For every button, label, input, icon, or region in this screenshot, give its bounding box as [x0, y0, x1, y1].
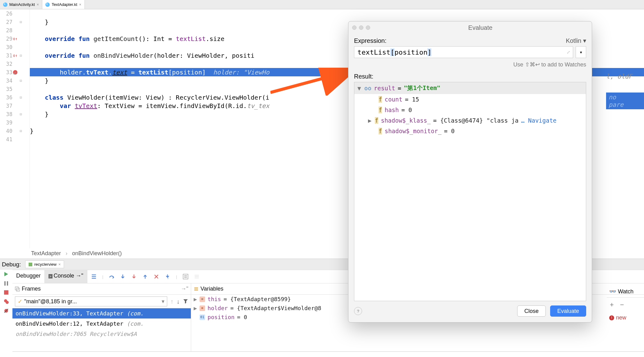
expand-icon[interactable]: ⤢ — [567, 50, 570, 55]
view-breakpoints-icon[interactable] — [4, 299, 9, 304]
result-label: Result: — [354, 73, 586, 80]
close-button[interactable]: Close — [517, 305, 546, 317]
step-over-icon[interactable] — [109, 274, 114, 279]
svg-rect-1 — [4, 281, 6, 286]
tab-textadapter[interactable]: TextAdapter.kt × — [42, 0, 85, 9]
frame-row[interactable]: onBindViewHolder:12, TextAdapter (com. — [12, 319, 191, 329]
result-field[interactable]: fhash = 0 — [354, 105, 586, 115]
next-frame-icon[interactable]: ↓ — [177, 298, 180, 305]
result-field[interactable]: fshadow$_monitor_ = 0 — [354, 126, 586, 136]
svg-marker-0 — [4, 272, 8, 276]
debug-label: Debug: — [2, 261, 21, 268]
primitive-icon: 01 — [200, 314, 205, 320]
android-icon — [29, 263, 32, 266]
result-field[interactable]: fcount = 15 — [354, 94, 586, 105]
svg-text:I: I — [168, 277, 168, 279]
threads-icon[interactable] — [91, 274, 97, 279]
mute-breakpoints-icon[interactable] — [4, 308, 9, 313]
expression-input[interactable]: textList[position] ⤢ — [354, 46, 573, 58]
field-icon: f — [379, 106, 382, 113]
evaluate-expression-icon[interactable] — [183, 274, 188, 279]
add-watch-icon[interactable]: + — [610, 301, 614, 309]
kotlin-file-icon — [3, 2, 7, 7]
tab-mainactivity[interactable]: MainActivity.kt × — [0, 0, 42, 9]
drop-frame-icon[interactable] — [154, 274, 159, 279]
field-icon: f — [375, 117, 378, 124]
filter-icon[interactable] — [183, 299, 188, 304]
breadcrumb-method[interactable]: onBindViewHolder() — [72, 250, 122, 256]
step-into-icon[interactable] — [120, 274, 126, 279]
close-window-icon[interactable] — [352, 25, 356, 30]
frame-row[interactable]: onBindViewHolder:7065 RecyclerView$A — [12, 329, 191, 339]
restore-layout-icon[interactable]: →" — [181, 286, 188, 292]
dialog-titlebar[interactable]: Evaluate — [348, 21, 592, 34]
frames-icon — [15, 287, 20, 291]
navigate-link[interactable]: … Navigate — [521, 117, 556, 124]
close-icon[interactable]: × — [37, 2, 39, 7]
kotlin-file-icon — [45, 2, 50, 7]
result-field[interactable]: ▶fshadow$_klass_ = {Class@6474} "class j… — [354, 115, 586, 126]
expression-label: Expression: — [354, 37, 387, 44]
shortcut-hint: Use ⇧⌘↩ to add to Watches — [354, 61, 586, 68]
inline-value-hint: no pare — [606, 93, 644, 109]
field-icon: ≡ — [200, 296, 205, 302]
tab-debugger[interactable]: Debugger — [12, 270, 45, 283]
window-controls[interactable] — [352, 25, 370, 30]
watches-panel: 👓Watch +− !new — [607, 286, 644, 348]
close-icon[interactable]: × — [58, 262, 61, 267]
zoom-window-icon[interactable] — [366, 25, 370, 30]
field-icon: f — [379, 128, 382, 134]
svg-rect-11 — [16, 288, 20, 291]
prev-frame-icon[interactable]: ↑ — [170, 298, 173, 305]
frame-row[interactable]: onBindViewHolder:33, TextAdapter (com. — [12, 308, 191, 319]
evaluate-dialog: Evaluate Expression: Kotlin ▾ textList[p… — [348, 21, 592, 323]
variables-icon — [194, 287, 199, 291]
svg-rect-3 — [4, 290, 8, 295]
resume-icon[interactable] — [4, 272, 9, 277]
stop-icon[interactable] — [4, 290, 8, 295]
breakpoint-icon[interactable]: ✓ — [12, 70, 18, 75]
remove-watch-icon[interactable]: − — [620, 301, 624, 309]
field-icon: f — [379, 96, 382, 103]
result-node[interactable]: ▼oo result = "第1个Item" — [354, 82, 586, 94]
debug-left-actions — [0, 270, 12, 352]
inline-hint: l, oldF — [606, 73, 632, 80]
run-config-tab[interactable]: recyclerview × — [25, 260, 64, 268]
result-tree[interactable]: ▼oo result = "第1个Item" fcount = 15 fhash… — [354, 82, 586, 301]
trace-icon[interactable] — [194, 274, 200, 279]
evaluate-button[interactable]: Evaluate — [550, 305, 586, 317]
override-icon[interactable]: o↑ — [12, 53, 18, 58]
close-icon[interactable]: × — [79, 2, 81, 7]
run-to-cursor-icon[interactable]: I — [165, 274, 170, 279]
dialog-title: Evaluate — [373, 24, 588, 31]
tab-label: TextAdapter.kt — [52, 2, 77, 7]
gutter: 26 27⊟ 28 29o↑ 30 31o↑⊟ 32 33✓ 34⊟ 35 36… — [0, 9, 30, 248]
tab-label: MainActivity.kt — [9, 2, 35, 7]
editor-tabs: MainActivity.kt × TextAdapter.kt × — [0, 0, 644, 9]
svg-rect-10 — [15, 287, 18, 290]
error-icon: ! — [609, 315, 614, 320]
frames-panel: Frames →" ✓ "main"@8,185 in gr... ▾ ↑ ↓ … — [12, 283, 191, 351]
help-icon[interactable]: ? — [354, 307, 362, 315]
history-dropdown[interactable]: ▾ — [576, 46, 586, 58]
pause-icon[interactable] — [4, 281, 9, 286]
override-icon[interactable]: o↑ — [12, 37, 18, 41]
svg-rect-2 — [7, 281, 8, 286]
object-icon: oo — [364, 85, 371, 92]
svg-point-5 — [6, 301, 9, 304]
force-step-into-icon[interactable] — [131, 274, 137, 279]
field-icon: ≡ — [200, 305, 205, 311]
language-dropdown[interactable]: Kotlin ▾ — [566, 37, 586, 44]
thread-combo[interactable]: ✓ "main"@8,185 in gr... ▾ — [15, 296, 167, 306]
step-out-icon[interactable] — [142, 274, 148, 279]
breadcrumb-class[interactable]: TextAdapter — [31, 250, 61, 256]
minimize-window-icon[interactable] — [359, 25, 363, 30]
glasses-icon: 👓 — [609, 288, 616, 295]
tab-console[interactable]: >Console →" — [45, 270, 87, 283]
